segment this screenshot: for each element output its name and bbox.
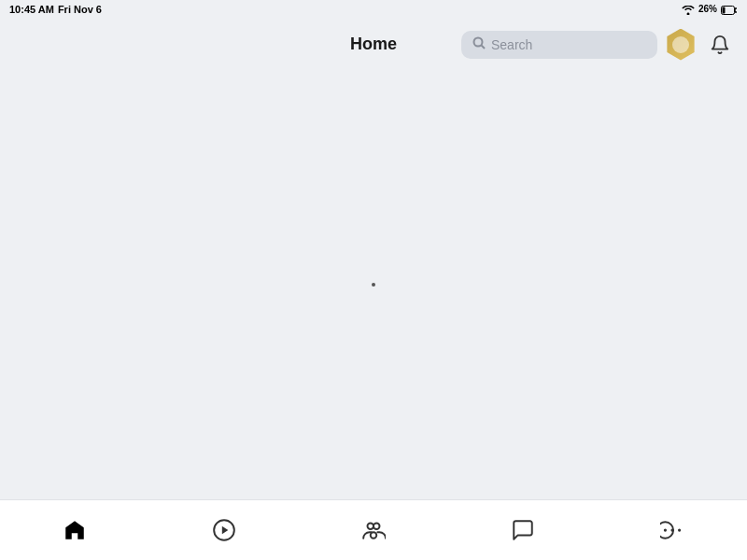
main-content (0, 70, 747, 499)
tab-community[interactable] (345, 507, 402, 553)
tab-play[interactable] (196, 507, 252, 553)
avatar-button[interactable] (665, 29, 697, 61)
status-bar-right: 26% (682, 4, 738, 14)
status-bar: 10:45 AM Fri Nov 6 26% (0, 0, 747, 19)
loading-dot (372, 283, 375, 287)
svg-line-6 (482, 45, 486, 49)
header-actions: Search (461, 29, 736, 61)
tab-bar (0, 499, 747, 560)
tab-messages[interactable] (495, 507, 551, 553)
tab-home[interactable] (47, 507, 103, 553)
tab-more[interactable] (644, 507, 700, 553)
search-icon (472, 36, 486, 53)
svg-marker-8 (222, 526, 229, 535)
search-placeholder: Search (491, 37, 532, 52)
notification-button[interactable] (704, 29, 736, 61)
wifi-icon (682, 4, 695, 14)
avatar-inner (672, 36, 689, 53)
date-display: Fri Nov 6 (58, 4, 102, 15)
header: Home Search (0, 19, 747, 70)
svg-point-10 (374, 523, 380, 529)
svg-point-5 (474, 37, 483, 46)
battery-icon (721, 4, 738, 14)
svg-rect-1 (723, 7, 726, 13)
svg-point-11 (371, 532, 377, 539)
status-bar-left: 10:45 AM Fri Nov 6 (9, 4, 102, 15)
page-title: Home (350, 35, 397, 54)
svg-point-12 (664, 528, 667, 531)
svg-point-14 (678, 528, 681, 531)
battery-percent: 26% (698, 4, 717, 14)
search-bar[interactable]: Search (461, 31, 657, 59)
time-display: 10:45 AM (9, 4, 54, 15)
svg-point-9 (368, 523, 374, 529)
